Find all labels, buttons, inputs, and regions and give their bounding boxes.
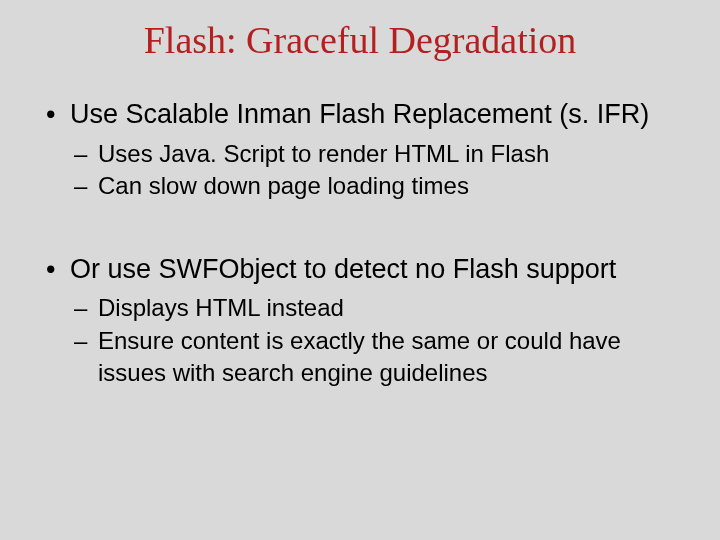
bullet-text: Or use SWFObject to detect no Flash supp…	[70, 254, 616, 284]
bullet-list: Use Scalable Inman Flash Replacement (s.…	[40, 98, 680, 389]
bullet-text: Use Scalable Inman Flash Replacement (s.…	[70, 99, 649, 129]
bullet-item: Use Scalable Inman Flash Replacement (s.…	[40, 98, 680, 203]
sub-item: Ensure content is exactly the same or co…	[70, 325, 680, 390]
sub-item: Can slow down page loading times	[70, 170, 680, 202]
bullet-item: Or use SWFObject to detect no Flash supp…	[40, 253, 680, 390]
sub-list: Displays HTML instead Ensure content is …	[70, 292, 680, 389]
slide-title: Flash: Graceful Degradation	[40, 18, 680, 62]
sub-item: Uses Java. Script to render HTML in Flas…	[70, 138, 680, 170]
sub-item: Displays HTML instead	[70, 292, 680, 324]
slide: Flash: Graceful Degradation Use Scalable…	[0, 0, 720, 540]
sub-list: Uses Java. Script to render HTML in Flas…	[70, 138, 680, 203]
